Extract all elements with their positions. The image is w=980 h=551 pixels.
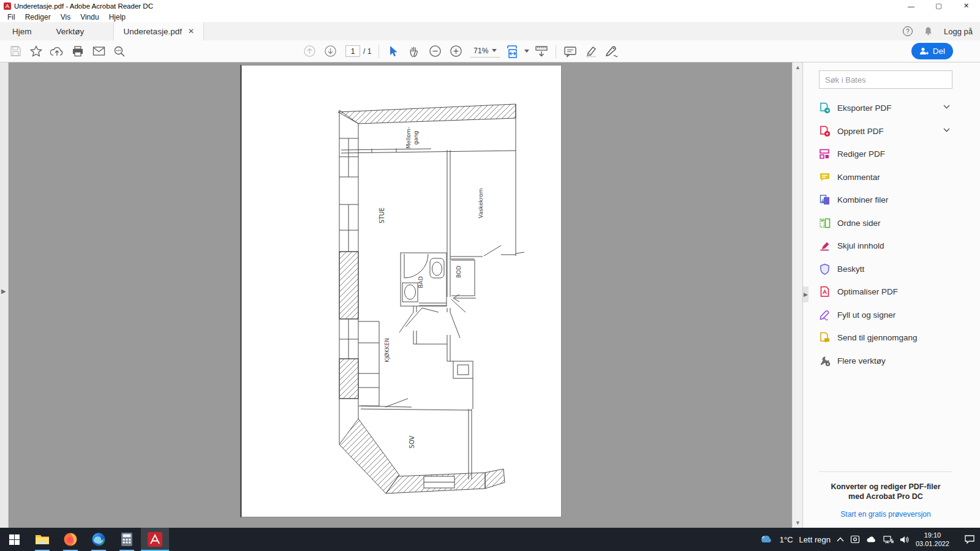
wall-top	[338, 104, 516, 124]
fill-sign-tool-button[interactable]	[601, 42, 622, 61]
panel-item-flere-verktoy[interactable]: Flere verktøy	[819, 350, 966, 373]
panel-item-fyll-ut-og-signer[interactable]: Fyll ut og signer	[819, 304, 966, 327]
comment-tool-button[interactable]	[560, 42, 581, 61]
tray-expand-chevron-icon[interactable]	[837, 537, 844, 542]
highlight-tool-button[interactable]	[581, 42, 601, 61]
weather-description[interactable]: Lett regn	[799, 535, 831, 544]
taskbar-clock[interactable]: 19:10 03.01.2022	[916, 531, 949, 548]
vertical-scrollbar[interactable]: ▲ ▼	[792, 62, 802, 528]
tab-verktoy[interactable]: Verktøy	[44, 22, 97, 40]
chevron-down-icon	[492, 49, 497, 52]
panel-item-label: Opprett PDF	[837, 127, 884, 136]
tab-document[interactable]: Underetasje.pdf ✕	[113, 22, 204, 40]
tab-bar: Hjem Verktøy Underetasje.pdf ✕ ? Logg på	[0, 22, 980, 40]
taskbar-edge[interactable]	[85, 528, 113, 551]
main-area: ▶	[0, 62, 980, 528]
collapse-panel-icon[interactable]: ▶	[803, 287, 809, 302]
zoom-in-button[interactable]	[445, 42, 466, 61]
export-pdf-icon	[819, 102, 837, 114]
room-label-bathroom: BAD	[418, 276, 424, 288]
organize-pages-icon	[819, 217, 837, 229]
panel-item-optimaliser-pdf[interactable]: Optimaliser PDF	[819, 280, 966, 304]
expand-pane-icon[interactable]: ▶	[1, 288, 6, 294]
taskbar-file-explorer[interactable]	[28, 528, 56, 551]
room-label-hallway-2: gang	[413, 131, 419, 145]
scroll-up-icon[interactable]: ▲	[793, 62, 803, 72]
cursor-arrow-icon	[388, 45, 399, 58]
share-cloud-button[interactable]	[47, 42, 67, 61]
panel-item-ordne-sider[interactable]: Ordne sider	[819, 212, 966, 235]
chevron-down-icon	[524, 50, 529, 53]
save-button[interactable]	[5, 42, 26, 61]
comment-icon	[819, 171, 837, 183]
panel-item-opprett-pdf[interactable]: Opprett PDF	[819, 120, 966, 143]
select-tool-button[interactable]	[383, 42, 404, 61]
maximize-button[interactable]: ▢	[925, 0, 952, 12]
chevron-down-icon[interactable]	[943, 105, 950, 109]
sign-in-link[interactable]: Logg på	[944, 27, 973, 36]
taskbar-acrobat-reader[interactable]	[141, 528, 169, 551]
tray-device-icon[interactable]	[850, 535, 860, 544]
menu-fil[interactable]: Fil	[2, 13, 20, 21]
hand-tool-button[interactable]	[404, 42, 424, 61]
panel-item-label: Eksporter PDF	[837, 103, 892, 113]
start-button[interactable]	[0, 528, 28, 551]
panel-item-kombiner-filer[interactable]: Kombiner filer	[819, 189, 966, 212]
menu-hjelp[interactable]: Hjelp	[104, 13, 130, 21]
taskbar-calculator[interactable]	[113, 528, 141, 551]
page-count-label: / 1	[363, 47, 371, 56]
cloud-upload-icon	[50, 45, 64, 58]
minimize-button[interactable]: —	[897, 0, 925, 12]
panel-item-rediger-pdf[interactable]: Rediger PDF	[819, 143, 966, 166]
search-input[interactable]	[819, 70, 952, 89]
menu-vis[interactable]: Vis	[56, 13, 75, 21]
zoom-out-button[interactable]	[424, 42, 445, 61]
notification-bell-icon[interactable]	[924, 26, 933, 36]
share-button[interactable]: Del	[911, 43, 953, 59]
network-icon[interactable]	[883, 536, 894, 544]
tab-close-icon[interactable]: ✕	[188, 27, 194, 36]
close-button[interactable]: ✕	[952, 0, 980, 12]
wall-corner	[339, 419, 399, 493]
edge-icon	[91, 532, 106, 547]
help-icon[interactable]: ?	[903, 26, 913, 36]
action-center-icon[interactable]	[964, 534, 975, 544]
star-button[interactable]	[26, 42, 47, 61]
page-number-input[interactable]	[345, 45, 360, 57]
email-button[interactable]	[88, 42, 109, 61]
promo-title-line1: Konverter og rediger PDF-filer	[819, 482, 952, 492]
panel-item-label: Optimaliser PDF	[837, 287, 898, 296]
page-display-button[interactable]	[531, 42, 552, 61]
menu-vindu[interactable]: Vindu	[75, 13, 104, 21]
zoom-level-dropdown[interactable]: 71%	[470, 45, 500, 58]
chevron-down-icon[interactable]	[943, 128, 950, 132]
windows-logo-icon	[9, 534, 20, 545]
find-button[interactable]	[109, 42, 130, 61]
tab-hjem[interactable]: Hjem	[0, 22, 44, 40]
panel-item-eksporter-pdf[interactable]: Eksporter PDF	[819, 97, 966, 120]
navigation-pane-strip[interactable]: ▶	[0, 62, 9, 528]
weather-icon[interactable]	[760, 534, 774, 544]
taskbar-firefox[interactable]	[56, 528, 85, 551]
acrobat-app-icon	[4, 2, 11, 10]
previous-page-button[interactable]	[299, 42, 320, 61]
onedrive-icon[interactable]	[866, 536, 877, 543]
print-button[interactable]	[67, 42, 88, 61]
send-review-icon	[819, 332, 837, 343]
volume-icon[interactable]	[900, 536, 910, 544]
panel-item-beskytt[interactable]: Beskytt	[819, 258, 966, 281]
weather-temperature[interactable]: 1°C	[780, 535, 793, 544]
wall-spine	[447, 150, 450, 361]
panel-item-send-til-gjennomgang[interactable]: Send til gjennomgang	[819, 326, 966, 350]
menu-rediger[interactable]: Rediger	[20, 13, 56, 21]
panel-item-kommentar[interactable]: Kommentar	[819, 166, 966, 189]
save-icon	[10, 45, 21, 57]
panel-item-skjul-innhold[interactable]: Skjul innhold	[819, 234, 966, 258]
panel-item-label: Send til gjennomgang	[837, 333, 918, 342]
next-page-button[interactable]	[320, 42, 341, 61]
fit-width-button[interactable]	[504, 42, 531, 61]
add-person-icon	[919, 47, 929, 55]
create-pdf-icon	[819, 126, 837, 137]
scroll-down-icon[interactable]: ▼	[793, 518, 803, 528]
free-trial-link[interactable]: Start en gratis prøveversjon	[840, 510, 930, 519]
